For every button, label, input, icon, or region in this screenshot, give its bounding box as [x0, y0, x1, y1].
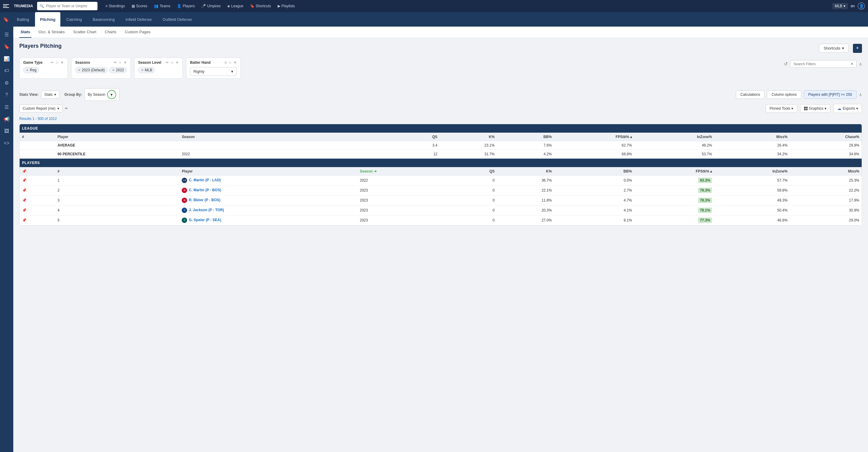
- players-with-button[interactable]: Players with [P|PIT] >= 250: [804, 90, 857, 99]
- sub-tab-custom-pages[interactable]: Custom Pages: [123, 27, 152, 38]
- sidebar-tag-btn[interactable]: 🏷: [1, 65, 12, 76]
- sub-tab-charts[interactable]: Charts: [103, 27, 117, 38]
- col-bb-pct[interactable]: BB%: [497, 133, 554, 141]
- col-player[interactable]: Player: [179, 167, 357, 175]
- pin-cell[interactable]: 📌: [20, 216, 55, 225]
- sidebar-bookmark-btn[interactable]: 🔖: [1, 41, 12, 52]
- col-player[interactable]: Player: [55, 133, 179, 141]
- custom-report-select[interactable]: Custom Report (me) ▾: [19, 105, 62, 112]
- stats-view-select[interactable]: Stats ▾: [41, 91, 59, 98]
- edit-filter-icon[interactable]: ✏: [166, 60, 169, 65]
- exports-button[interactable]: ☁ Exports ▾: [833, 104, 862, 113]
- tab-catching[interactable]: Catching: [62, 12, 87, 27]
- column-options-button[interactable]: Column options: [767, 90, 801, 99]
- add-button[interactable]: +: [853, 44, 862, 53]
- col-k-pct[interactable]: K%: [497, 167, 554, 175]
- tab-baserunning[interactable]: Baserunning: [88, 12, 120, 27]
- col-inzone-pct[interactable]: InZone%: [634, 133, 714, 141]
- edit-filter-icon[interactable]: ✏: [114, 60, 117, 65]
- tag-x-icon[interactable]: ✕: [141, 68, 144, 72]
- star-filter-icon[interactable]: ☆: [228, 60, 232, 65]
- shortcuts-button[interactable]: Shortcuts ▾: [819, 44, 849, 53]
- chevron-down-icon[interactable]: ▾: [851, 62, 853, 66]
- nav-item-playlists[interactable]: ▶ Playlists: [275, 3, 298, 9]
- tab-batting[interactable]: Batting: [12, 12, 34, 27]
- filter-card-batter-hand-icons: ≡ ☆ ✕: [224, 60, 237, 65]
- calculations-button[interactable]: Calculations: [736, 90, 765, 99]
- close-filter-icon[interactable]: ✕: [61, 60, 64, 65]
- player-cell[interactable]: B C. Martin (P - BOS): [179, 186, 357, 196]
- nav-item-scores[interactable]: ▦ Scores: [129, 3, 150, 9]
- search-box[interactable]: 🔍: [37, 2, 97, 10]
- pinned-tools-button[interactable]: Pinned Tools ▾: [766, 104, 797, 113]
- star-filter-icon[interactable]: ☆: [56, 60, 59, 65]
- close-filter-icon[interactable]: ✕: [176, 60, 179, 65]
- star-filter-icon[interactable]: ☆: [119, 60, 122, 65]
- star-filter-icon[interactable]: ☆: [170, 60, 174, 65]
- sub-tab-scatter-chart[interactable]: Scatter Chart: [72, 27, 98, 38]
- tag-x-icon[interactable]: ✕: [112, 68, 115, 72]
- search-input[interactable]: [46, 4, 95, 8]
- nav-item-league[interactable]: ◈ League: [224, 3, 246, 9]
- player-cell[interactable]: LA C. Martin (P - LAD): [179, 175, 357, 186]
- tag-x-icon[interactable]: ✕: [26, 68, 29, 72]
- player-cell[interactable]: B R. Bleier (P - BOS): [179, 196, 357, 205]
- results-count[interactable]: Results 1 - 500 of 1012: [19, 117, 862, 121]
- col-k-pct[interactable]: K%: [440, 133, 497, 141]
- group-by-dropdown-btn[interactable]: ▾: [107, 90, 116, 99]
- nav-item-players[interactable]: 👤 Players: [174, 3, 198, 9]
- group-by-select[interactable]: By Season ▾: [85, 88, 120, 101]
- pin-cell[interactable]: 📌: [20, 175, 55, 186]
- nav-item-shortcuts[interactable]: 🔖 Shortcuts: [247, 3, 274, 9]
- mlb-selector[interactable]: MLB ▾: [832, 3, 848, 9]
- sub-tab-stats[interactable]: Stats: [19, 27, 31, 38]
- pin-cell[interactable]: 📌: [20, 196, 55, 205]
- close-filter-icon[interactable]: ✕: [124, 60, 127, 65]
- tab-infield-defense[interactable]: Infield Defense: [121, 12, 157, 27]
- sidebar-menu-btn[interactable]: ☰: [1, 29, 12, 40]
- pin-cell[interactable]: 📌: [20, 186, 55, 196]
- col-fpstk-pct[interactable]: FPStk% ▴: [554, 133, 634, 141]
- sidebar-image-btn[interactable]: 🖼: [1, 126, 12, 137]
- bookmark-icon[interactable]: 🔖: [3, 17, 9, 22]
- pin-cell[interactable]: 📌: [20, 205, 55, 216]
- refresh-icon[interactable]: ↺: [784, 61, 788, 67]
- nav-item-umpires[interactable]: 🎤 Umpires: [198, 3, 224, 9]
- search-filters-input[interactable]: [794, 62, 849, 66]
- sidebar-list-btn[interactable]: ☰: [1, 102, 12, 112]
- sub-tab-occ-streaks[interactable]: Occ. & Streaks: [37, 27, 66, 38]
- tab-outfield-defense[interactable]: Outfield Defense: [158, 12, 197, 27]
- nav-item-teams[interactable]: 👥 Teams: [151, 3, 173, 9]
- sidebar-help-btn[interactable]: ?: [1, 89, 12, 100]
- table-row: 📌 1 LA C. Martin (P - LAD) 2022 0 36.7% …: [20, 175, 862, 186]
- tab-pitching[interactable]: Pitching: [35, 12, 60, 27]
- collapse-filters-button[interactable]: ∧: [859, 62, 862, 66]
- batter-hand-dropdown[interactable]: Righty ▾: [190, 67, 237, 76]
- col-qs[interactable]: QS: [440, 167, 497, 175]
- sidebar-settings-btn[interactable]: ⚙: [1, 77, 12, 88]
- col-inzone-pct[interactable]: InZone%: [714, 167, 790, 175]
- collapse-controls-button[interactable]: ∧: [859, 92, 862, 97]
- edit-custom-report-icon[interactable]: ✏: [65, 106, 68, 111]
- col-bb-pct[interactable]: BB%: [554, 167, 634, 175]
- sidebar-code-btn[interactable]: <>: [1, 138, 12, 149]
- player-cell[interactable]: S G. Speier (P - SEA): [179, 216, 357, 225]
- graphics-button[interactable]: Graphics ▾: [800, 104, 830, 113]
- search-filters-box[interactable]: ▾: [790, 60, 857, 68]
- col-chase-pct[interactable]: Chase%: [790, 133, 862, 141]
- col-miss-pct[interactable]: Miss%: [714, 133, 790, 141]
- edit-filter-icon[interactable]: ✏: [51, 60, 54, 65]
- sidebar-chart-btn[interactable]: 📊: [1, 53, 12, 64]
- close-filter-icon[interactable]: ✕: [234, 60, 237, 65]
- col-fpstk-pct[interactable]: FPStk% ▴: [634, 167, 714, 175]
- list-filter-icon[interactable]: ≡: [224, 60, 227, 65]
- team-logo: T: [182, 207, 187, 213]
- sidebar-megaphone-btn[interactable]: 📢: [1, 114, 12, 124]
- tag-x-icon[interactable]: ✕: [78, 68, 81, 72]
- col-miss-pct[interactable]: Miss%: [790, 167, 862, 175]
- user-avatar[interactable]: 👤: [858, 2, 865, 10]
- col-qs[interactable]: QS: [357, 133, 440, 141]
- col-season[interactable]: Season: [179, 133, 357, 141]
- player-cell[interactable]: T J. Jackson (P - TOR): [179, 205, 357, 216]
- nav-item-standings[interactable]: ≡ Standings: [102, 3, 128, 9]
